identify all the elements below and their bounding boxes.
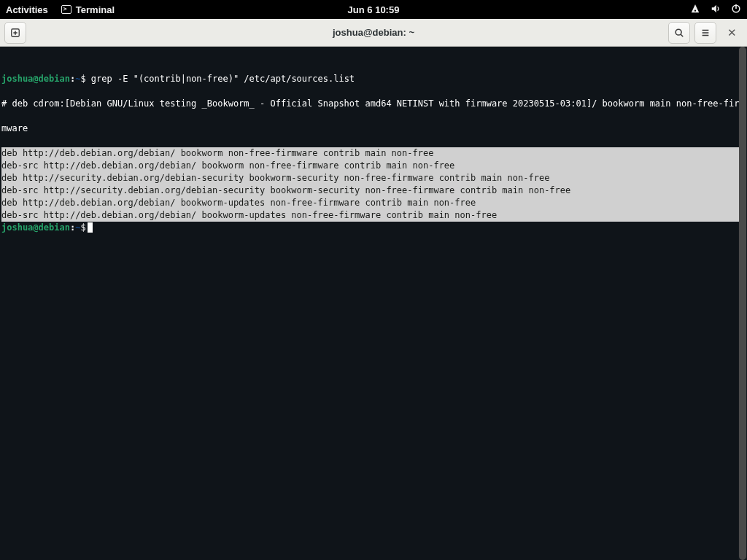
network-icon xyxy=(690,4,700,16)
window-title: joshua@debian: ~ xyxy=(333,27,414,38)
window-headerbar: joshua@debian: ~ ✕ xyxy=(0,19,747,47)
new-tab-button[interactable] xyxy=(4,22,26,44)
output-comment-line-1: # deb cdrom:[Debian GNU/Linux testing _B… xyxy=(1,98,746,110)
gnome-top-bar: Activities Terminal Jun 6 10:59 xyxy=(0,0,747,19)
active-app-label: Terminal xyxy=(76,4,115,15)
svg-point-0 xyxy=(694,9,696,11)
close-icon: ✕ xyxy=(727,26,737,39)
active-app-indicator[interactable]: Terminal xyxy=(61,4,115,15)
svg-line-7 xyxy=(681,34,683,36)
grep-match-line: deb-src http://deb.debian.org/debian/ bo… xyxy=(1,209,746,222)
hamburger-menu-button[interactable] xyxy=(694,22,716,44)
grep-match-line: deb http://deb.debian.org/debian/ bookwo… xyxy=(1,147,746,160)
grep-match-line: deb-src http://security.debian.org/debia… xyxy=(1,184,746,197)
search-icon xyxy=(674,28,684,38)
grep-match-line: deb-src http://deb.debian.org/debian/ bo… xyxy=(1,160,746,172)
terminal-window: joshua@debian: ~ ✕ joshua@debian:~$ gr xyxy=(0,19,747,560)
terminal-scrollbar[interactable] xyxy=(738,47,747,560)
terminal-content[interactable]: joshua@debian:~$ grep -E "(contrib|non-f… xyxy=(0,47,747,560)
search-button[interactable] xyxy=(668,22,690,44)
prompt-line-1: joshua@debian:~$ grep -E "(contrib|non-f… xyxy=(1,73,746,85)
volume-icon xyxy=(711,4,721,16)
terminal-cursor xyxy=(88,222,93,233)
activities-button[interactable]: Activities xyxy=(6,4,48,15)
close-window-button[interactable]: ✕ xyxy=(721,22,743,44)
output-comment-line-2: mware xyxy=(1,122,746,135)
hamburger-icon xyxy=(700,28,711,38)
power-icon xyxy=(731,4,741,16)
grep-match-line: deb http://security.debian.org/debian-se… xyxy=(1,172,746,184)
clock-button[interactable]: Jun 6 10:59 xyxy=(348,4,400,15)
system-status-area[interactable] xyxy=(690,4,741,16)
svg-point-6 xyxy=(676,29,681,35)
terminal-icon xyxy=(61,5,71,14)
prompt-line-2: joshua@debian:~$ xyxy=(1,222,746,234)
scrollbar-thumb[interactable] xyxy=(739,47,746,560)
plus-icon xyxy=(10,28,20,38)
grep-match-line: deb http://deb.debian.org/debian/ bookwo… xyxy=(1,197,746,209)
